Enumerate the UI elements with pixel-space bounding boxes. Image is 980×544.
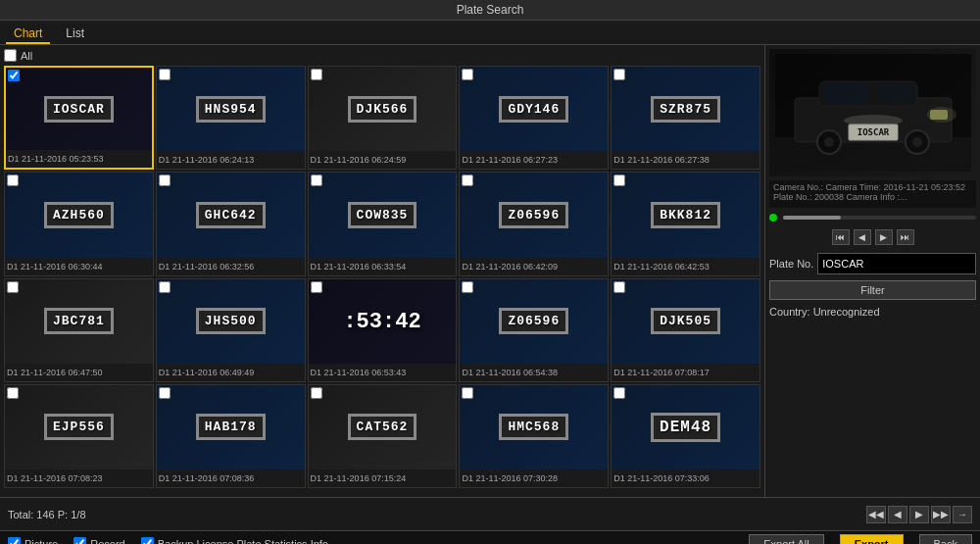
page-last-button[interactable]: ▶▶ bbox=[931, 506, 951, 523]
plate-cell[interactable]: :53:42D1 21-11-2016 06:53:43 bbox=[308, 278, 458, 382]
plate-cell[interactable]: HAB178D1 21-11-2016 07:08:36 bbox=[156, 384, 306, 488]
right-panel: IOSCAR Camera No.: Camera Time: 2016-11-… bbox=[764, 45, 980, 497]
all-checkbox-input[interactable] bbox=[4, 49, 17, 62]
plate-timestamp: D1 21-11-2016 06:27:38 bbox=[612, 151, 760, 169]
plate-timestamp: D1 21-11-2016 06:27:23 bbox=[460, 151, 608, 169]
plate-item-checkbox[interactable] bbox=[8, 70, 20, 81]
country-info: Country: Unrecognized bbox=[769, 304, 976, 320]
tab-chart[interactable]: Chart bbox=[6, 25, 50, 44]
picture-checkbox[interactable] bbox=[8, 537, 21, 544]
preview-video: IOSCAR bbox=[769, 49, 976, 176]
plate-item-checkbox[interactable] bbox=[159, 281, 171, 293]
page-next-button[interactable]: ▶ bbox=[909, 506, 929, 523]
svg-text:IOSCAR: IOSCAR bbox=[857, 127, 889, 137]
plate-cell[interactable]: AZH560D1 21-11-2016 06:30:44 bbox=[4, 172, 154, 275]
plate-cell[interactable]: HNS954D1 21-11-2016 06:24:13 bbox=[156, 66, 306, 170]
plate-item-checkbox[interactable] bbox=[462, 281, 473, 293]
svg-rect-5 bbox=[878, 83, 912, 103]
plate-cell[interactable]: HMC568D1 21-11-2016 07:30:28 bbox=[459, 384, 609, 488]
plate-cell[interactable]: IOSCARD1 21-11-2016 05:23:53 bbox=[4, 66, 154, 170]
plate-item-checkbox[interactable] bbox=[7, 281, 19, 293]
plate-cell[interactable]: BKK812D1 21-11-2016 06:42:53 bbox=[611, 172, 760, 275]
progress-bar bbox=[783, 216, 976, 220]
plate-number-text: Z06596 bbox=[499, 308, 568, 334]
plate-cell[interactable]: GHC642D1 21-11-2016 06:32:56 bbox=[156, 172, 306, 275]
plate-cell[interactable]: JBC781D1 21-11-2016 06:47:50 bbox=[4, 278, 154, 382]
play-prev-button[interactable]: ◀ bbox=[854, 229, 871, 245]
plate-number-text: Z06596 bbox=[499, 202, 568, 228]
plate-cell[interactable]: DEM48D1 21-11-2016 07:33:06 bbox=[611, 384, 760, 488]
plate-number-text: EJP556 bbox=[44, 414, 114, 440]
svg-rect-4 bbox=[824, 83, 868, 103]
plate-number-text: GHC642 bbox=[196, 202, 266, 228]
page-prev-button[interactable]: ◀ bbox=[888, 506, 907, 523]
plate-timestamp: D1 21-11-2016 06:42:09 bbox=[460, 258, 608, 275]
all-checkbox-label: All bbox=[21, 50, 32, 62]
plate-timestamp: D1 21-11-2016 06:47:50 bbox=[5, 364, 153, 381]
video-placeholder: IOSCAR bbox=[769, 49, 976, 176]
plate-timestamp: D1 21-11-2016 06:32:56 bbox=[157, 258, 305, 275]
page-go-button[interactable]: → bbox=[953, 506, 972, 523]
plate-item-checkbox[interactable] bbox=[311, 387, 322, 399]
plate-no-input[interactable] bbox=[817, 253, 976, 274]
plate-cell[interactable]: DJK566D1 21-11-2016 06:24:59 bbox=[308, 66, 458, 170]
plate-item-checkbox[interactable] bbox=[613, 281, 625, 293]
grid-area: All IOSCARD1 21-11-2016 05:23:53HNS954D1… bbox=[0, 45, 764, 497]
plate-item-checkbox[interactable] bbox=[613, 387, 625, 399]
page-first-button[interactable]: ◀◀ bbox=[866, 506, 886, 523]
back-button[interactable]: Back bbox=[919, 534, 972, 545]
plate-timestamp: D1 21-11-2016 07:08:23 bbox=[5, 470, 153, 487]
bottom-bar: Total: 146 P: 1/8 ◀◀ ◀ ▶ ▶▶ → bbox=[0, 497, 980, 530]
plate-cell[interactable]: Z06596D1 21-11-2016 06:54:38 bbox=[459, 278, 609, 382]
tab-list[interactable]: List bbox=[58, 25, 92, 44]
play-end-button[interactable]: ⏭ bbox=[897, 229, 914, 245]
title-bar: Plate Search bbox=[0, 0, 980, 21]
plate-cell[interactable]: JHS500D1 21-11-2016 06:49:49 bbox=[156, 278, 306, 382]
plate-item-checkbox[interactable] bbox=[159, 69, 171, 80]
backup-label: Backup License Plate Statistics Info bbox=[158, 538, 328, 545]
plate-item-checkbox[interactable] bbox=[462, 174, 473, 186]
picture-label: Picture bbox=[24, 538, 58, 545]
backup-checkbox-row: Backup License Plate Statistics Info bbox=[141, 537, 328, 544]
status-dot bbox=[769, 214, 777, 222]
plate-cell[interactable]: CAT562D1 21-11-2016 07:15:24 bbox=[308, 384, 458, 488]
plate-item-checkbox[interactable] bbox=[7, 387, 19, 399]
plate-item-checkbox[interactable] bbox=[311, 281, 322, 293]
plate-cell[interactable]: COW835D1 21-11-2016 06:33:54 bbox=[308, 172, 458, 275]
footer: Picture Record Backup License Plate Stat… bbox=[0, 530, 980, 544]
record-checkbox[interactable] bbox=[74, 537, 86, 544]
plate-item-checkbox[interactable] bbox=[7, 174, 19, 186]
plate-timestamp: D1 21-11-2016 06:42:53 bbox=[612, 258, 760, 275]
page-title: Plate Search bbox=[457, 3, 524, 17]
plate-item-checkbox[interactable] bbox=[311, 69, 322, 80]
plate-number-text: AZH560 bbox=[44, 202, 114, 228]
export-button[interactable]: Export bbox=[840, 534, 904, 545]
plate-item-checkbox[interactable] bbox=[311, 174, 322, 186]
plate-number-text: COW835 bbox=[348, 202, 417, 228]
export-all-button[interactable]: Export All bbox=[749, 534, 823, 545]
plate-timestamp: D1 21-11-2016 06:30:44 bbox=[5, 258, 153, 275]
plate-item-checkbox[interactable] bbox=[462, 69, 473, 80]
plate-item-checkbox[interactable] bbox=[613, 174, 625, 186]
plate-cell[interactable]: DJK505D1 21-11-2016 07:08:17 bbox=[611, 278, 760, 382]
plate-timestamp: D1 21-11-2016 05:23:53 bbox=[6, 150, 152, 168]
plate-cell[interactable]: SZR875D1 21-11-2016 06:27:38 bbox=[611, 66, 760, 170]
plate-item-checkbox[interactable] bbox=[462, 387, 473, 399]
backup-checkbox[interactable] bbox=[141, 537, 154, 544]
play-next-button[interactable]: ▶ bbox=[875, 229, 893, 245]
plate-item-checkbox[interactable] bbox=[613, 69, 625, 80]
plate-cell[interactable]: Z06596D1 21-11-2016 06:42:09 bbox=[459, 172, 609, 275]
svg-point-10 bbox=[844, 115, 903, 126]
plate-number-text: JHS500 bbox=[196, 308, 266, 334]
plate-timestamp: D1 21-11-2016 07:30:28 bbox=[460, 470, 608, 487]
playback-controls: ⏮ ◀ ▶ ⏭ bbox=[769, 227, 976, 247]
plate-item-checkbox[interactable] bbox=[159, 387, 171, 399]
plate-timestamp: D1 21-11-2016 06:24:13 bbox=[157, 151, 305, 169]
filter-button[interactable]: Filter bbox=[769, 280, 976, 300]
play-begin-button[interactable]: ⏮ bbox=[832, 229, 850, 245]
plate-cell[interactable]: GDY146D1 21-11-2016 06:27:23 bbox=[459, 66, 609, 170]
plate-item-checkbox[interactable] bbox=[159, 174, 171, 186]
plate-timestamp: D1 21-11-2016 06:49:49 bbox=[157, 364, 305, 381]
plate-cell[interactable]: EJP556D1 21-11-2016 07:08:23 bbox=[4, 384, 154, 488]
plate-number-text: BKK812 bbox=[651, 202, 720, 228]
